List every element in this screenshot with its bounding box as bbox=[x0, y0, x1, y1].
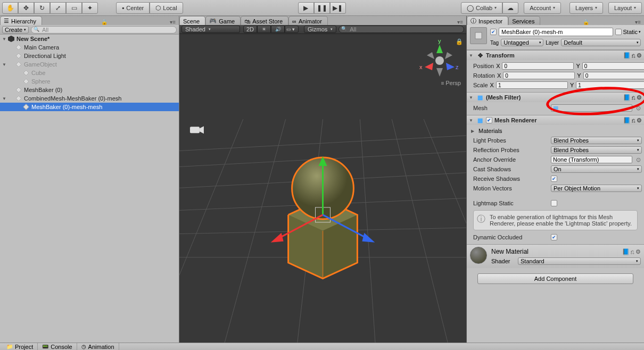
gameobject-active-checkbox[interactable]: ✔ bbox=[490, 29, 497, 35]
help-icon[interactable]: 📘 bbox=[623, 52, 631, 59]
hierarchy-lock-icon[interactable]: 🔒 bbox=[98, 19, 111, 25]
cast-shadows-dropdown[interactable]: On bbox=[551, 165, 642, 173]
shader-dropdown[interactable]: Standard bbox=[518, 257, 641, 265]
inspector-menu-icon[interactable]: ▾≡ bbox=[632, 19, 644, 25]
tab-animator[interactable]: ∞ Animator bbox=[288, 16, 328, 25]
projection-label[interactable]: Persp bbox=[445, 80, 461, 86]
hierarchy-item[interactable]: ▶Directional Light bbox=[0, 52, 179, 60]
mode-2d-button[interactable]: 2D bbox=[243, 26, 257, 33]
help-icon[interactable]: 📘 bbox=[623, 94, 631, 101]
hierarchy-search-input[interactable]: All bbox=[31, 26, 177, 34]
scene-row[interactable]: ▼ New Scene* bbox=[0, 35, 179, 43]
rotation-x-input[interactable] bbox=[503, 72, 575, 79]
move-tool-button[interactable]: ✥ bbox=[18, 2, 34, 14]
account-dropdown[interactable]: Account bbox=[524, 2, 561, 14]
scene-viewport[interactable]: y x z ≡ Persp 🔒 bbox=[179, 34, 466, 343]
position-y-input[interactable] bbox=[582, 62, 644, 70]
gear-icon[interactable]: ⚙ bbox=[637, 117, 642, 124]
help-icon[interactable]: 📘 bbox=[622, 248, 630, 255]
light-probes-dropdown[interactable]: Blend Probes bbox=[551, 137, 642, 144]
cloud-button[interactable]: ☁ bbox=[502, 2, 518, 14]
tab-animation[interactable]: ◷ Animation bbox=[77, 343, 119, 351]
foldout-icon[interactable]: ▼ bbox=[1, 37, 7, 41]
scene-tab-menu-icon[interactable]: ▾≡ bbox=[454, 19, 466, 25]
hierarchy-menu-icon[interactable]: ▾≡ bbox=[167, 19, 179, 25]
shading-mode-dropdown[interactable]: Shaded bbox=[181, 26, 240, 33]
create-dropdown[interactable]: Create bbox=[2, 26, 29, 34]
tab-inspector[interactable]: ⓘ Inspector bbox=[467, 16, 508, 25]
gizmos-dropdown[interactable]: Gizmos bbox=[304, 26, 336, 33]
hierarchy-item[interactable]: ▶MeshBaker (0) bbox=[0, 86, 179, 94]
mesh-filter-foldout-icon[interactable]: ▼ bbox=[469, 95, 474, 100]
tag-dropdown[interactable]: Untagged bbox=[501, 39, 543, 46]
hierarchy-tree[interactable]: ▼ New Scene* ▶Main Camera▶Directional Li… bbox=[0, 35, 179, 343]
rect-tool-button[interactable]: ▭ bbox=[66, 2, 82, 14]
hierarchy-item[interactable]: ▼CombinedMesh-MeshBaker (0)-mesh bbox=[0, 94, 179, 103]
pivot-mode-button[interactable]: ▪ Center bbox=[116, 2, 150, 14]
motion-vectors-dropdown[interactable]: Per Object Motion bbox=[551, 185, 642, 192]
hierarchy-tab[interactable]: ☰ Hierarchy bbox=[0, 16, 42, 25]
hierarchy-item[interactable]: ▶Cube bbox=[0, 69, 179, 77]
hierarchy-item[interactable]: ▶Main Camera bbox=[0, 43, 179, 52]
materials-foldout-icon[interactable]: ▶ bbox=[471, 129, 476, 134]
tab-console[interactable]: 📟 Console bbox=[38, 343, 77, 351]
hand-tool-button[interactable]: ✋ bbox=[2, 2, 18, 14]
mesh-renderer-foldout-icon[interactable]: ▼ bbox=[469, 118, 474, 123]
add-component-button[interactable]: Add Component bbox=[477, 273, 633, 284]
help-icon[interactable]: 📘 bbox=[623, 117, 631, 124]
layer-dropdown[interactable]: Default bbox=[561, 39, 641, 46]
viewport-lock-icon[interactable]: 🔒 bbox=[456, 38, 463, 45]
layout-dropdown[interactable]: Layout bbox=[608, 2, 642, 14]
gameobject-icon[interactable] bbox=[470, 27, 487, 44]
dynamic-occluded-checkbox[interactable]: ✔ bbox=[551, 234, 557, 240]
preset-icon[interactable]: ⎌ bbox=[632, 94, 635, 101]
play-button[interactable]: ▶ bbox=[298, 2, 314, 14]
mesh-object-field[interactable]: ▦ bbox=[551, 104, 632, 112]
tab-services[interactable]: Services bbox=[508, 16, 540, 25]
hierarchy-item[interactable]: ▼GameObject bbox=[0, 60, 179, 69]
inspector-lock-icon[interactable]: 🔒 bbox=[580, 19, 592, 25]
scene-search-input[interactable]: All bbox=[338, 26, 464, 33]
pause-button[interactable]: ❚❚ bbox=[314, 2, 330, 14]
gameobject-name-input[interactable] bbox=[499, 28, 613, 36]
pivot-rotation-button[interactable]: ⬡ Local bbox=[150, 2, 183, 14]
gear-icon[interactable]: ⚙ bbox=[637, 52, 642, 59]
reflection-probes-dropdown[interactable]: Blend Probes bbox=[551, 146, 642, 154]
foldout-icon[interactable]: ▼ bbox=[1, 62, 7, 67]
preset-icon[interactable]: ⎌ bbox=[632, 117, 635, 124]
scale-y-input[interactable] bbox=[576, 81, 644, 89]
receive-shadows-checkbox[interactable]: ✔ bbox=[551, 176, 557, 182]
position-x-input[interactable] bbox=[502, 62, 574, 70]
preset-icon[interactable]: ⎌ bbox=[631, 248, 634, 255]
transform-tool-button[interactable]: ✦ bbox=[82, 2, 98, 14]
anchor-override-field[interactable]: None (Transform) bbox=[551, 156, 632, 163]
static-checkbox[interactable]: Static bbox=[615, 29, 641, 35]
layers-dropdown[interactable]: Layers bbox=[569, 2, 603, 14]
tab-game[interactable]: 🎮 Game bbox=[205, 16, 241, 25]
tab-scene[interactable]: Scene bbox=[179, 16, 205, 25]
object-picker-icon[interactable]: ⊙ bbox=[634, 156, 642, 163]
fx-toggle-dropdown[interactable]: ▭ ▾ bbox=[285, 26, 299, 33]
scale-x-input[interactable] bbox=[496, 81, 568, 89]
audio-toggle-button[interactable]: 🔊 bbox=[271, 26, 285, 33]
mesh-renderer-enabled-checkbox[interactable]: ✔ bbox=[486, 117, 492, 123]
object-picker-icon[interactable]: ⊙ bbox=[634, 105, 642, 112]
lighting-toggle-button[interactable]: ☀ bbox=[257, 26, 271, 33]
hierarchy-item[interactable]: ▶Sphere bbox=[0, 77, 179, 86]
gear-icon[interactable]: ⚙ bbox=[635, 248, 641, 255]
gear-icon[interactable]: ⚙ bbox=[637, 94, 642, 101]
transform-foldout-icon[interactable]: ▼ bbox=[469, 53, 474, 58]
tab-project[interactable]: 📁 Project bbox=[2, 343, 38, 351]
rotation-y-input[interactable] bbox=[583, 72, 644, 79]
step-button[interactable]: ▶❚ bbox=[330, 2, 346, 14]
lightmap-static-checkbox[interactable] bbox=[551, 200, 557, 206]
tab-asset-store[interactable]: 🛍 Asset Store bbox=[241, 16, 288, 25]
material-preview[interactable] bbox=[470, 247, 487, 264]
foldout-icon[interactable]: ▼ bbox=[1, 96, 7, 101]
scale-tool-button[interactable]: ⤢ bbox=[50, 2, 66, 14]
orientation-gizmo[interactable]: y x z ≡ Persp bbox=[418, 39, 461, 87]
rotate-tool-button[interactable]: ↻ bbox=[34, 2, 50, 14]
preset-icon[interactable]: ⎌ bbox=[632, 52, 635, 59]
hierarchy-item[interactable]: ▶MeshBaker (0)-mesh-mesh bbox=[0, 103, 179, 111]
collab-dropdown[interactable]: ◯ Collab bbox=[461, 2, 502, 14]
